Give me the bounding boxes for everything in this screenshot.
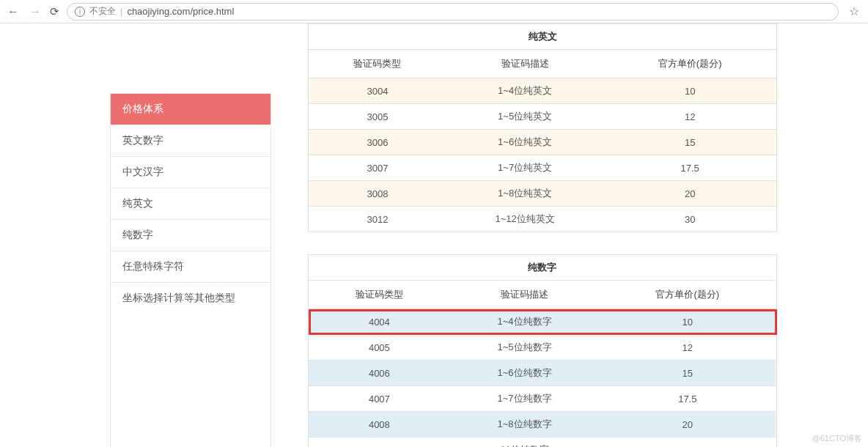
reload-button[interactable]: ⟳ bbox=[50, 5, 59, 18]
table-row: 40051~5位纯数字12 bbox=[309, 335, 777, 361]
cell-type: 3008 bbox=[309, 181, 446, 207]
cell-desc: 1~8位纯英文 bbox=[446, 181, 603, 207]
cell-price: 12 bbox=[599, 335, 776, 361]
cell-type: 3006 bbox=[309, 130, 446, 155]
table-title: 纯英文 bbox=[309, 24, 777, 50]
cell-type: 4004 bbox=[309, 309, 450, 335]
cell-type: 3007 bbox=[309, 155, 446, 181]
cell-price: 10 bbox=[599, 309, 776, 335]
cell-desc: 1~4位纯英文 bbox=[446, 78, 603, 104]
table-row: 30041~4位纯英文10 bbox=[309, 78, 777, 104]
sidebar-item-1[interactable]: 英文数字 bbox=[111, 125, 271, 157]
table-row: 30051~5位纯英文12 bbox=[309, 104, 777, 130]
address-bar[interactable]: i 不安全 | chaojiying.com/price.html bbox=[67, 3, 839, 21]
price-table-0: 纯英文验证码类型验证码描述官方单价(题分)30041~4位纯英文1030051~… bbox=[308, 23, 777, 232]
cell-desc: 1~5位纯英文 bbox=[446, 104, 603, 130]
sidebar-item-4[interactable]: 纯数字 bbox=[111, 220, 271, 251]
forward-button[interactable]: → bbox=[28, 5, 43, 18]
cell-price: 15 bbox=[599, 361, 776, 386]
col-header-desc: 验证码描述 bbox=[446, 50, 603, 78]
cell-desc: 1~5位纯数字 bbox=[450, 335, 600, 361]
cell-type: 3005 bbox=[309, 104, 446, 130]
col-header-price: 官方单价(题分) bbox=[603, 50, 776, 78]
insecure-label: 不安全 bbox=[89, 5, 116, 18]
cell-desc: 1~6位纯数字 bbox=[450, 361, 600, 386]
sidebar-item-2[interactable]: 中文汉字 bbox=[111, 157, 271, 188]
cell-price: 15 bbox=[603, 130, 776, 155]
col-header-price: 官方单价(题分) bbox=[599, 281, 776, 309]
cell-desc: 1~7位纯数字 bbox=[450, 386, 600, 412]
sidebar: 价格体系英文数字中文汉字纯英文纯数字任意特殊字符坐标选择计算等其他类型 bbox=[110, 93, 271, 447]
cell-type: 3012 bbox=[309, 207, 446, 232]
table-row: 30081~8位纯英文20 bbox=[309, 181, 777, 207]
cell-desc: 11位纯数字 bbox=[450, 437, 600, 448]
sidebar-item-0[interactable]: 价格体系 bbox=[111, 94, 271, 125]
cell-price: 25 bbox=[599, 437, 776, 448]
table-row: 30071~7位纯英文17.5 bbox=[309, 155, 777, 181]
cell-desc: 1~12位纯英文 bbox=[446, 207, 603, 232]
table-row: 30121~12位纯英文30 bbox=[309, 207, 777, 232]
main-content: 纯英文验证码类型验证码描述官方单价(题分)30041~4位纯英文1030051~… bbox=[308, 23, 777, 447]
info-icon: i bbox=[75, 7, 85, 17]
cell-price: 17.5 bbox=[603, 155, 776, 181]
divider: | bbox=[120, 6, 122, 17]
table-row: 411111位纯数字25 bbox=[309, 437, 777, 448]
cell-price: 12 bbox=[603, 104, 776, 130]
cell-type: 4007 bbox=[309, 386, 450, 412]
page-body: 价格体系英文数字中文汉字纯英文纯数字任意特殊字符坐标选择计算等其他类型 纯英文验… bbox=[0, 23, 868, 447]
table-row: 40061~6位纯数字15 bbox=[309, 361, 777, 386]
cell-desc: 1~6位纯英文 bbox=[446, 130, 603, 155]
cell-price: 20 bbox=[603, 181, 776, 207]
table-row: 40041~4位纯数字10 bbox=[309, 309, 777, 335]
col-header-type: 验证码类型 bbox=[309, 50, 446, 78]
url-text: chaojiying.com/price.html bbox=[127, 6, 234, 17]
browser-toolbar: ← → ⟳ i 不安全 | chaojiying.com/price.html … bbox=[0, 0, 868, 23]
cell-type: 4111 bbox=[309, 437, 450, 448]
table-row: 40071~7位纯数字17.5 bbox=[309, 386, 777, 412]
watermark: @61CTO博客 bbox=[812, 433, 862, 444]
cell-desc: 1~4位纯数字 bbox=[450, 309, 600, 335]
cell-desc: 1~8位纯数字 bbox=[450, 412, 600, 437]
cell-desc: 1~7位纯英文 bbox=[446, 155, 603, 181]
bookmark-icon[interactable]: ☆ bbox=[846, 4, 862, 18]
cell-type: 4008 bbox=[309, 412, 450, 437]
sidebar-item-6[interactable]: 坐标选择计算等其他类型 bbox=[111, 283, 271, 314]
sidebar-item-5[interactable]: 任意特殊字符 bbox=[111, 251, 271, 283]
cell-price: 10 bbox=[603, 78, 776, 104]
cell-type: 3004 bbox=[309, 78, 446, 104]
cell-type: 4005 bbox=[309, 335, 450, 361]
price-table-1: 纯数字验证码类型验证码描述官方单价(题分)40041~4位纯数字1040051~… bbox=[308, 254, 777, 447]
cell-price: 30 bbox=[603, 207, 776, 232]
col-header-type: 验证码类型 bbox=[309, 281, 450, 309]
cell-price: 20 bbox=[599, 412, 776, 437]
table-row: 30061~6位纯英文15 bbox=[309, 130, 777, 155]
cell-price: 17.5 bbox=[599, 386, 776, 412]
cell-type: 4006 bbox=[309, 361, 450, 386]
table-title: 纯数字 bbox=[309, 255, 776, 281]
table-row: 40081~8位纯数字20 bbox=[309, 412, 777, 437]
back-button[interactable]: ← bbox=[6, 5, 21, 18]
sidebar-item-3[interactable]: 纯英文 bbox=[111, 188, 271, 220]
col-header-desc: 验证码描述 bbox=[450, 281, 600, 309]
